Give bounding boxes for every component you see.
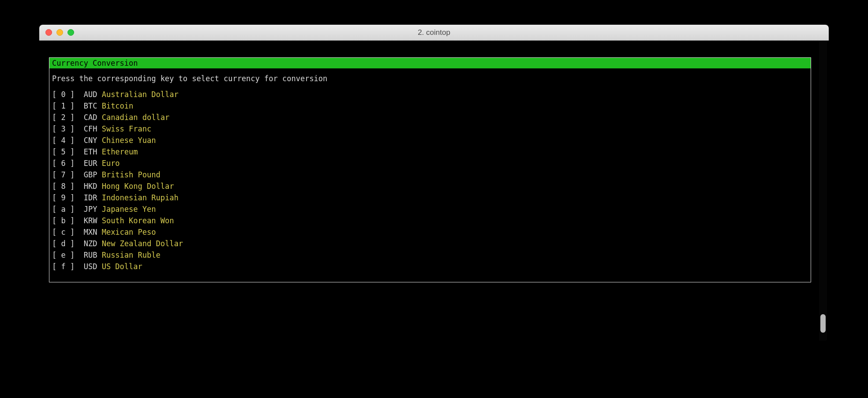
currency-code: MXN xyxy=(84,228,97,237)
currency-key: 6 xyxy=(61,159,65,168)
currency-name: Japanese Yen xyxy=(102,205,156,214)
currency-key: c xyxy=(61,228,65,237)
currency-row[interactable]: [ 1 ] BTC Bitcoin xyxy=(52,100,808,112)
currency-name: South Korean Won xyxy=(102,216,174,225)
currency-key: 1 xyxy=(61,101,65,110)
currency-name: Ethereum xyxy=(102,147,138,156)
currency-name: Canadian dollar xyxy=(102,113,170,122)
panel-content: Press the corresponding key to select cu… xyxy=(49,73,811,272)
currency-row[interactable]: [ b ] KRW South Korean Won xyxy=(52,215,808,226)
currency-list: [ 0 ] AUD Australian Dollar[ 1 ] BTC Bit… xyxy=(52,89,808,272)
currency-row[interactable]: [ 9 ] IDR Indonesian Rupiah xyxy=(52,192,808,203)
currency-name: US Dollar xyxy=(102,262,142,271)
currency-code: AUD xyxy=(84,90,97,99)
currency-code: USD xyxy=(84,262,97,271)
currency-key: f xyxy=(61,262,65,271)
currency-name: Russian Ruble xyxy=(102,251,161,259)
currency-name: British Pound xyxy=(102,170,161,179)
currency-key: 4 xyxy=(61,136,65,145)
currency-code: KRW xyxy=(84,216,97,225)
currency-code: EUR xyxy=(84,159,97,168)
currency-row[interactable]: [ c ] MXN Mexican Peso xyxy=(52,226,808,238)
currency-row[interactable]: [ 0 ] AUD Australian Dollar xyxy=(52,89,808,100)
currency-row[interactable]: [ 5 ] ETH Ethereum xyxy=(52,146,808,158)
currency-name: Australian Dollar xyxy=(102,90,179,99)
currency-code: GBP xyxy=(84,170,97,179)
panel-header: Currency Conversion xyxy=(49,58,811,68)
minimize-button[interactable] xyxy=(56,29,63,36)
currency-panel: Currency Conversion Press the correspond… xyxy=(49,57,811,282)
currency-key: a xyxy=(61,205,65,214)
currency-row[interactable]: [ a ] JPY Japanese Yen xyxy=(52,203,808,215)
currency-code: ETH xyxy=(84,147,97,156)
currency-code: BTC xyxy=(84,101,97,110)
window-title: 2. cointop xyxy=(39,28,829,37)
currency-key: d xyxy=(61,239,65,248)
currency-code: HKD xyxy=(84,182,97,191)
currency-key: 3 xyxy=(61,124,65,133)
currency-key: 8 xyxy=(61,182,65,191)
currency-name: Mexican Peso xyxy=(102,228,156,237)
currency-code: NZD xyxy=(84,239,97,248)
currency-code: CNY xyxy=(84,136,97,145)
currency-name: Chinese Yuan xyxy=(102,136,156,145)
currency-name: Bitcoin xyxy=(102,101,134,110)
currency-name: Euro xyxy=(102,159,120,168)
scrollbar-thumb[interactable] xyxy=(820,314,826,333)
currency-row[interactable]: [ 6 ] EUR Euro xyxy=(52,158,808,169)
currency-key: e xyxy=(61,251,65,259)
currency-code: IDR xyxy=(84,193,97,202)
currency-row[interactable]: [ d ] NZD New Zealand Dollar xyxy=(52,238,808,249)
terminal-window: 2. cointop Currency Conversion Press the… xyxy=(39,25,829,341)
currency-key: 5 xyxy=(61,147,65,156)
currency-code: CAD xyxy=(84,113,97,122)
currency-name: Hong Kong Dollar xyxy=(102,182,174,191)
terminal-body: Currency Conversion Press the correspond… xyxy=(39,41,829,341)
instruction-text: Press the corresponding key to select cu… xyxy=(52,73,808,84)
currency-name: New Zealand Dollar xyxy=(102,239,183,248)
currency-row[interactable]: [ e ] RUB Russian Ruble xyxy=(52,249,808,261)
currency-name: Indonesian Rupiah xyxy=(102,193,179,202)
currency-row[interactable]: [ 4 ] CNY Chinese Yuan xyxy=(52,135,808,146)
currency-row[interactable]: [ 8 ] HKD Hong Kong Dollar xyxy=(52,180,808,192)
currency-key: b xyxy=(61,216,65,225)
currency-code: CFH xyxy=(84,124,97,133)
scrollbar-track[interactable] xyxy=(819,41,827,341)
maximize-button[interactable] xyxy=(67,29,74,36)
currency-row[interactable]: [ 7 ] GBP British Pound xyxy=(52,169,808,180)
currency-key: 0 xyxy=(61,90,65,99)
currency-key: 7 xyxy=(61,170,65,179)
currency-name: Swiss Franc xyxy=(102,124,152,133)
traffic-lights xyxy=(39,29,74,36)
close-button[interactable] xyxy=(45,29,52,36)
currency-code: RUB xyxy=(84,251,97,259)
currency-key: 9 xyxy=(61,193,65,202)
currency-code: JPY xyxy=(84,205,97,214)
currency-row[interactable]: [ f ] USD US Dollar xyxy=(52,261,808,272)
currency-row[interactable]: [ 2 ] CAD Canadian dollar xyxy=(52,112,808,123)
currency-key: 2 xyxy=(61,113,65,122)
window-titlebar: 2. cointop xyxy=(39,25,829,41)
currency-row[interactable]: [ 3 ] CFH Swiss Franc xyxy=(52,123,808,135)
